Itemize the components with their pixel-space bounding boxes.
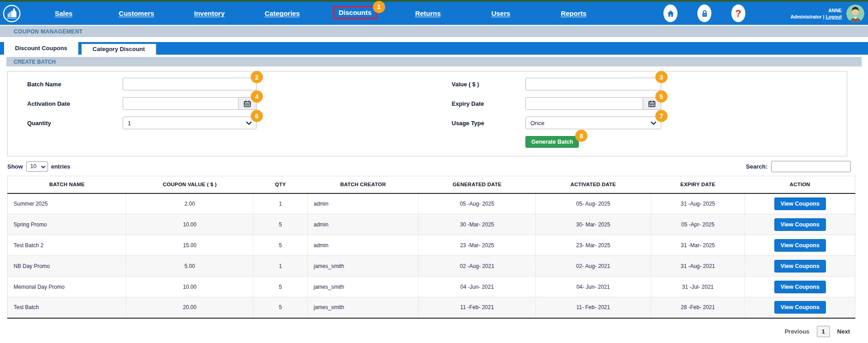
- entries-label: entries: [51, 163, 71, 170]
- table-controls: Show 10 entries Search:: [7, 161, 855, 172]
- table-row: Memorial Day Promo 10.00 5 james_smith 0…: [8, 277, 855, 297]
- view-coupons-button[interactable]: View Coupons: [774, 281, 826, 293]
- create-batch-form: Batch Name 2 Value ( $ ) 3 Activation Da…: [7, 71, 847, 156]
- nav-users[interactable]: Users: [464, 2, 537, 25]
- pagination-page-1[interactable]: 1: [817, 326, 830, 337]
- nav-users-label: Users: [491, 9, 510, 17]
- header-coupon-value[interactable]: COUPON VALUE ( $ ): [126, 176, 253, 193]
- usage-type-label: Usage Type: [452, 120, 525, 127]
- coupon-batch-table: BATCH NAME COUPON VALUE ( $ ) QTY BATCH …: [7, 176, 855, 319]
- page-size-value: 10: [30, 163, 37, 169]
- view-coupons-button[interactable]: View Coupons: [774, 301, 826, 314]
- annotation-badge-1: 1: [373, 1, 385, 13]
- header-qty[interactable]: QTY: [253, 176, 308, 193]
- expiry-date-input[interactable]: [525, 97, 643, 110]
- nav-discounts[interactable]: Discounts 1: [319, 2, 391, 25]
- pagination-next[interactable]: Next: [837, 328, 850, 335]
- nav-inventory[interactable]: Inventory: [173, 2, 246, 25]
- cell-batch-creator: james_smith: [308, 297, 419, 318]
- user-name: ANNE: [789, 8, 842, 13]
- chevron-down-icon: [650, 121, 657, 125]
- cell-coupon-value: 15.00: [126, 235, 253, 256]
- user-role: Administrator: [791, 14, 822, 19]
- cell-activated-date: 05- Aug- 2025: [535, 193, 651, 214]
- view-coupons-button[interactable]: View Coupons: [774, 218, 826, 231]
- nav-discounts-label: Discounts: [339, 9, 372, 16]
- help-icon[interactable]: ?: [731, 5, 745, 22]
- annotation-badge-6: 6: [251, 110, 263, 122]
- user-avatar[interactable]: [846, 5, 864, 23]
- table-row: Summer 2025 2.00 1 admin 05 -Aug- 2025 0…: [8, 193, 855, 214]
- cell-activated-date: 04- Jun- 2021: [535, 277, 651, 297]
- cell-batch-name: NB Day Promo: [8, 256, 126, 277]
- view-coupons-button[interactable]: View Coupons: [774, 260, 826, 273]
- annotation-badge-4: 4: [251, 90, 263, 103]
- generate-batch-button[interactable]: Generate Batch: [525, 136, 579, 148]
- store-logo-icon[interactable]: [3, 5, 21, 23]
- usage-type-selected-value: Once: [530, 120, 544, 127]
- value-label: Value ( $ ): [452, 81, 525, 88]
- nav-icon-bar: ?: [663, 5, 745, 22]
- cell-generated-date: 05 -Aug- 2025: [419, 193, 535, 214]
- cell-expiry-date: 31 -Aug- 2021: [651, 256, 745, 277]
- header-expiry-date[interactable]: EXPIRY DATE: [651, 176, 745, 193]
- header-action[interactable]: ACTION: [745, 176, 855, 193]
- cell-expiry-date: 31 -Mar- 2025: [651, 235, 745, 256]
- cell-expiry-date: 05 -Apr- 2025: [651, 214, 745, 235]
- nav-categories[interactable]: Categories: [246, 2, 319, 25]
- nav-customers[interactable]: Customers: [100, 2, 173, 25]
- tab-category-discount[interactable]: Category Discount: [81, 44, 157, 55]
- cell-generated-date: 23 -Mar- 2025: [419, 235, 535, 256]
- view-coupons-button[interactable]: View Coupons: [774, 197, 826, 210]
- annotation-badge-8: 8: [575, 130, 587, 142]
- search-input[interactable]: [771, 161, 851, 172]
- pagination-previous[interactable]: Previous: [785, 328, 810, 335]
- chevron-down-icon: [41, 165, 46, 169]
- header-batch-name[interactable]: BATCH NAME: [8, 176, 126, 193]
- logout-link[interactable]: Logout: [825, 14, 842, 19]
- nav-returns-label: Returns: [415, 9, 441, 17]
- user-info: ANNE Administrator | Logout: [789, 8, 842, 19]
- activation-date-label: Activation Date: [27, 100, 123, 107]
- cell-qty: 1: [253, 193, 308, 214]
- cell-coupon-value: 10.00: [126, 214, 253, 235]
- cell-generated-date: 04 -Jun- 2021: [419, 277, 535, 297]
- nav-reports-label: Reports: [561, 9, 587, 17]
- annotation-badge-3: 3: [655, 71, 668, 83]
- nav-returns[interactable]: Returns: [391, 2, 464, 25]
- cell-qty: 5: [253, 214, 308, 235]
- cell-batch-creator: admin: [308, 193, 419, 214]
- header-generated-date[interactable]: GENERATED DATE: [419, 176, 535, 193]
- quantity-select[interactable]: 1: [123, 117, 257, 129]
- annotation-badge-5: 5: [655, 90, 668, 103]
- activation-date-input[interactable]: [123, 97, 238, 110]
- header-batch-creator[interactable]: BATCH CREATOR: [308, 176, 419, 193]
- nav-sales-label: Sales: [55, 9, 72, 17]
- value-input[interactable]: [525, 78, 661, 90]
- cell-batch-name: Test Batch: [8, 297, 126, 318]
- cell-expiry-date: 31 -Jul- 2021: [651, 277, 745, 297]
- table-row: NB Day Promo 5.00 1 james_smith 02 -Aug-…: [8, 256, 855, 277]
- breadcrumb: COUPON MANAGEMENT: [0, 26, 868, 37]
- cell-batch-creator: james_smith: [308, 277, 419, 297]
- home-icon[interactable]: [663, 5, 677, 22]
- main-navbar: Sales Customers Inventory Categories Dis…: [0, 2, 868, 25]
- nav-sales[interactable]: Sales: [27, 2, 100, 25]
- page-size-select[interactable]: 10: [26, 161, 48, 172]
- cell-expiry-date: 28 -Feb- 2021: [651, 297, 745, 318]
- cell-activated-date: 23- Mar- 2025: [535, 235, 651, 256]
- tab-discount-coupons[interactable]: Discount Coupons: [4, 42, 78, 55]
- usage-type-select[interactable]: Once: [525, 117, 661, 129]
- view-coupons-button[interactable]: View Coupons: [774, 239, 826, 252]
- lock-icon[interactable]: [697, 5, 711, 22]
- annotation-badge-7: 7: [655, 110, 668, 122]
- nav-reports[interactable]: Reports: [537, 2, 610, 25]
- table-row: Spring Promo 10.00 5 admin 30 -Mar- 2025…: [8, 214, 855, 235]
- header-activated-date[interactable]: ACTIVATED DATE: [535, 176, 651, 193]
- batch-name-input[interactable]: [123, 78, 257, 90]
- expiry-date-label: Expiry Date: [452, 100, 525, 107]
- cell-coupon-value: 20.00: [126, 297, 253, 318]
- user-separator: |: [823, 14, 825, 19]
- search-label: Search:: [746, 163, 768, 170]
- section-title: CREATE BATCH: [14, 59, 56, 65]
